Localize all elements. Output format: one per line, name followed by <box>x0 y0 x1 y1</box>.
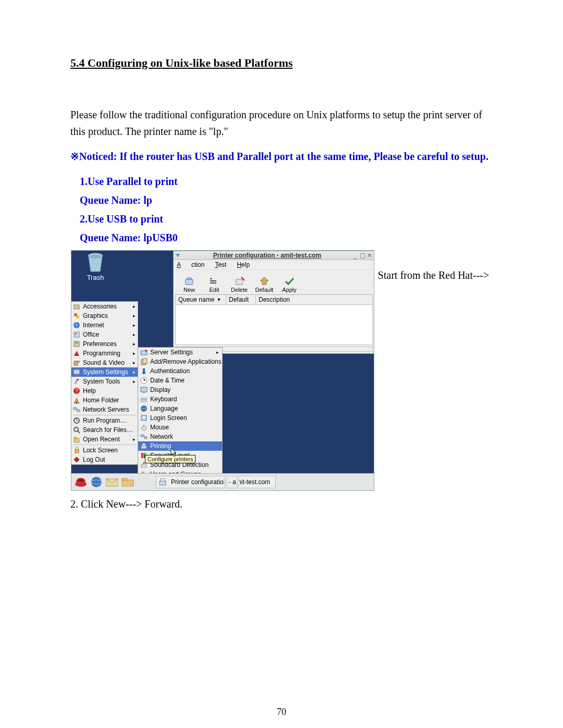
submenu-item-printing[interactable]: Printing <box>138 441 222 451</box>
desktop-trash[interactable]: Trash <box>87 252 104 281</box>
col-description[interactable]: Description <box>256 295 372 304</box>
submenu-item-server-settings[interactable]: Server Settings▸ <box>138 348 222 357</box>
menu-item-icon <box>73 322 80 329</box>
menu-item-system-settings[interactable]: System Settings▸ <box>71 367 138 377</box>
menu-action[interactable]: Action <box>177 261 204 268</box>
menu-item-label: Internet <box>83 322 104 329</box>
menu-item-search-for-files[interactable]: Search for Files… <box>71 425 138 435</box>
menu-item-label: Programming <box>83 350 120 357</box>
mail-icon[interactable] <box>106 476 118 488</box>
menu-item-icon <box>73 312 80 319</box>
submenu-item-date-time[interactable]: Date & Time <box>138 376 222 385</box>
menu-item-system-tools[interactable]: System Tools▸ <box>71 377 138 386</box>
submenu-arrow-icon: ▸ <box>133 351 136 356</box>
step-2-text: 2. Click New---> Forward. <box>70 498 182 510</box>
submenu-item-language[interactable]: Language <box>138 404 222 413</box>
menu-item-label: Accessories <box>83 303 117 310</box>
submenu-item-keyboard[interactable]: Keyboard <box>138 394 222 404</box>
close-button[interactable]: ✕ <box>366 252 373 259</box>
submenu-item-add-remove-applications[interactable]: Add/Remove Applications <box>138 357 222 366</box>
svg-rect-2 <box>186 279 193 285</box>
svg-point-10 <box>76 315 79 318</box>
menu-item-preferences[interactable]: Preferences▸ <box>71 339 138 349</box>
queue-name-2: Queue Name: lpUSB0 <box>70 229 493 246</box>
toolbar-new[interactable]: New <box>177 275 202 293</box>
taskbar-task-printer-config[interactable]: Printer configuration - amit-test.com <box>156 476 276 488</box>
menu-item-icon <box>73 303 80 310</box>
submenu-item-icon <box>140 367 148 375</box>
menu-item-label: Help <box>83 387 96 394</box>
printer-icon <box>158 478 167 486</box>
svg-rect-19 <box>76 374 78 375</box>
submenu-arrow-icon: ▸ <box>133 341 136 347</box>
main-menu[interactable]: Accessories▸Graphics▸Internet▸Office▸Pre… <box>71 301 138 465</box>
submenu-item-icon <box>140 386 148 393</box>
menu-item-internet[interactable]: Internet▸ <box>71 320 138 330</box>
menu-item-network-servers[interactable]: Network Servers <box>71 405 138 414</box>
svg-rect-53 <box>141 453 143 458</box>
svg-rect-8 <box>74 305 79 309</box>
menu-item-lock-screen[interactable]: Lock Screen <box>71 446 138 455</box>
panel-grip[interactable] <box>236 476 239 488</box>
menu-item-home-folder[interactable]: Home Folder <box>71 396 138 405</box>
submenu-item-login-screen[interactable]: Login Screen <box>138 413 222 423</box>
submenu-item-icon <box>140 414 148 422</box>
menu-item-run-program[interactable]: Run Program… <box>71 416 138 425</box>
submenu-item-label: Network <box>150 433 173 440</box>
menu-item-icon <box>73 350 80 357</box>
maximize-button[interactable]: ▢ <box>359 252 366 259</box>
paragraph: Please follow the traditional configurat… <box>70 106 493 140</box>
default-icon <box>252 275 277 287</box>
menu-help[interactable]: Help <box>237 261 250 268</box>
menu-test[interactable]: Test <box>215 261 226 268</box>
web-browser-icon[interactable] <box>90 476 103 488</box>
toolbar-apply[interactable]: Apply <box>277 275 302 293</box>
toolbar-delete[interactable]: Delete <box>227 275 252 293</box>
menu-item-open-recent[interactable]: Open Recent▸ <box>71 435 138 444</box>
printer-list-area[interactable] <box>175 305 373 345</box>
submenu-item-icon <box>140 442 148 450</box>
submenu-item-authentication[interactable]: Authentication <box>138 366 222 376</box>
menu-item-label: System Settings <box>83 368 128 376</box>
printer-config-window[interactable]: Printer configuration - amit-test.com _ … <box>173 251 374 354</box>
menu-item-icon <box>73 368 80 376</box>
redhat-menu-icon[interactable] <box>75 476 87 488</box>
window-menu-icon[interactable] <box>175 252 181 258</box>
menu-item-sound-video[interactable]: Sound & Video▸ <box>71 358 138 367</box>
submenu-item-network[interactable]: Network <box>138 432 222 441</box>
menu-item-programming[interactable]: Programming▸ <box>71 349 138 358</box>
section-heading: 5.4 Configuring on Unix-like based Platf… <box>70 56 493 70</box>
menu-item-icon: ? <box>73 387 80 394</box>
col-queue-name[interactable]: Queue name▼ <box>176 295 226 304</box>
submenu-item-label: Keyboard <box>150 396 177 403</box>
dropdown-icon[interactable]: ▼ <box>216 297 221 302</box>
submenu-arrow-icon: ▸ <box>133 304 136 309</box>
svg-rect-14 <box>74 341 79 347</box>
menu-item-office[interactable]: Office▸ <box>71 330 138 339</box>
menu-item-label: Home Folder <box>83 397 119 404</box>
submenu-item-label: Date & Time <box>150 377 185 384</box>
delete-icon <box>227 275 252 287</box>
folder-icon[interactable] <box>121 476 134 488</box>
minimize-button[interactable]: _ <box>351 252 359 259</box>
taskbar[interactable]: Printer configuration - amit-test.com <box>71 473 374 490</box>
menu-item-icon <box>73 378 80 385</box>
submenu-item-icon <box>140 433 148 440</box>
toolbar-edit[interactable]: Edit <box>202 275 227 293</box>
col-default[interactable]: Default <box>226 295 256 304</box>
svg-rect-67 <box>122 478 127 480</box>
toolbar-default[interactable]: Default <box>252 275 277 293</box>
submenu-item-display[interactable]: Display <box>138 385 222 394</box>
svg-rect-15 <box>75 342 78 343</box>
submenu-item-mouse[interactable]: Mouse <box>138 423 222 432</box>
submenu-item-icon <box>140 405 148 412</box>
menu-item-graphics[interactable]: Graphics▸ <box>71 311 138 320</box>
window-menubar[interactable]: Action Test Help <box>174 260 374 270</box>
window-titlebar[interactable]: Printer configuration - amit-test.com _ … <box>174 251 374 260</box>
list-column-headers[interactable]: Queue name▼ Default Description <box>175 294 373 305</box>
menu-item-log-out[interactable]: Log Out <box>71 455 138 464</box>
menu-item-help[interactable]: ?Help <box>71 386 138 396</box>
screenshot-redhat-desktop: Trash Printer configuration - amit-test.… <box>71 250 374 491</box>
menu-item-accessories[interactable]: Accessories▸ <box>71 302 138 311</box>
panel-grip[interactable] <box>224 476 227 488</box>
